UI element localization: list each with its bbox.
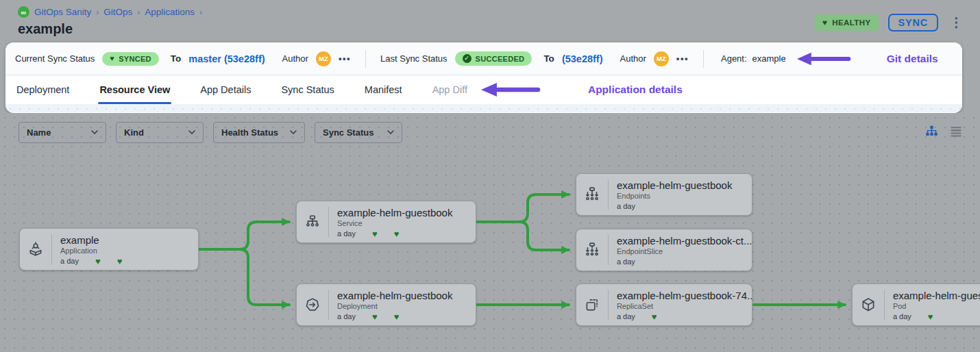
health-status-badge: ♥ HEALTHY	[815, 14, 879, 31]
app-tabs: Deployment Resource View App Details Syn…	[5, 75, 962, 104]
author-avatar: MZ	[654, 51, 669, 66]
agent-label: Agent:	[721, 53, 747, 64]
application-details-annotation-label: Application details	[588, 84, 683, 96]
tab-deployment[interactable]: Deployment	[16, 75, 69, 104]
filter-health-status-dropdown[interactable]: Health Status	[213, 122, 305, 143]
kebab-menu-icon[interactable]: ⋮	[948, 14, 965, 31]
tab-manifest[interactable]: Manifest	[365, 75, 402, 104]
node-kind: Application	[60, 247, 122, 255]
endpoints-icon	[576, 174, 608, 215]
node-title: example-helm-guestbook-74...	[617, 290, 744, 301]
left-arrow-icon	[794, 52, 855, 66]
tab-app-diff[interactable]: App Diff	[432, 75, 467, 104]
edge-app-service	[199, 222, 289, 249]
health-heart-icon: ♥	[394, 229, 400, 238]
tree-view-icon[interactable]	[925, 125, 938, 138]
node-title: example-helm-guestbook	[617, 179, 732, 191]
current-revision-link[interactable]: master (53e28ff)	[188, 53, 265, 64]
author-avatar: MZ	[316, 51, 331, 66]
node-age: a day	[337, 312, 356, 320]
replicaset-icon	[576, 284, 608, 325]
node-kind: Pod	[893, 302, 980, 310]
node-kind: Endpoints	[617, 192, 732, 200]
current-sync-status-label: Current Sync Status	[15, 53, 95, 64]
node-kind: ReplicaSet	[617, 302, 744, 310]
git-details-annotation: Git details	[794, 52, 938, 66]
succeeded-badge-label: SUCCEEDED	[476, 55, 525, 63]
page-title: example	[18, 21, 73, 37]
pod-icon	[853, 284, 884, 325]
node-pod-example-helm-guestbook[interactable]: example-helm-guestbook Pod a day ♥	[852, 284, 980, 326]
node-endpointslice-example-helm-guestbook[interactable]: example-helm-guestbook-ct... EndpointSli…	[576, 229, 752, 271]
filter-kind-dropdown[interactable]: Kind	[116, 122, 204, 143]
node-title: example-helm-guestbook	[337, 207, 452, 218]
left-arrow-icon	[477, 82, 546, 97]
node-age: a day	[617, 312, 635, 320]
sync-button[interactable]: SYNC	[888, 14, 939, 32]
health-heart-icon: ♥	[117, 257, 123, 266]
breadcrumb-separator: ›	[96, 8, 99, 17]
tab-app-details[interactable]: App Details	[200, 75, 251, 104]
node-title: example-helm-guestbook-ct...	[617, 235, 744, 247]
divider	[365, 50, 366, 68]
node-kind: EndpointSlice	[617, 247, 744, 255]
tab-sync-status[interactable]: Sync Status	[281, 75, 334, 104]
node-deployment-example-helm-guestbook[interactable]: example-helm-guestbook Deployment a day …	[296, 284, 476, 326]
node-kind: Service	[337, 219, 452, 227]
breadcrumb-item-account[interactable]: GitOps Sanity	[34, 7, 91, 17]
agent-group: Agent: example	[721, 53, 786, 64]
more-options-icon[interactable]: •••	[339, 53, 351, 64]
node-age: a day	[617, 257, 635, 266]
filter-bar: Name Kind Health Status Sync Status	[19, 122, 402, 143]
top-header: ∞ GitOps Sanity › GitOps › Applications …	[0, 0, 980, 42]
filter-sync-status-label: Sync Status	[323, 127, 373, 138]
application-icon	[20, 229, 51, 270]
health-badge-label: HEALTHY	[832, 18, 870, 27]
chevron-down-icon	[91, 130, 98, 135]
last-revision-link[interactable]: (53e28ff)	[562, 53, 603, 64]
node-age: a day	[893, 312, 911, 320]
breadcrumb-separator: ›	[199, 8, 202, 17]
heart-icon: ♥	[110, 55, 114, 62]
node-kind: Deployment	[337, 302, 452, 310]
synced-badge-label: SYNCED	[119, 55, 151, 63]
node-title: example-helm-guestbook	[893, 290, 980, 301]
node-application-example[interactable]: example Application a day ♥ ♥	[19, 228, 199, 271]
node-service-example-helm-guestbook[interactable]: example-helm-guestbook Service a day ♥ ♥	[296, 201, 476, 243]
filter-sync-status-dropdown[interactable]: Sync Status	[315, 122, 402, 143]
filter-kind-label: Kind	[124, 127, 144, 138]
breadcrumb-item-gitops[interactable]: GitOps	[103, 7, 132, 17]
app-details-card: Current Sync Status ♥ SYNCED To master (…	[5, 42, 962, 113]
edge-service-endpoints	[477, 194, 569, 222]
node-age: a day	[617, 202, 635, 210]
breadcrumb-separator: ›	[137, 8, 140, 17]
node-age: a day	[60, 257, 79, 265]
gitops-logo-icon: ∞	[18, 6, 29, 18]
author-label: Author	[282, 53, 308, 64]
synced-badge: ♥ SYNCED	[102, 52, 159, 66]
breadcrumb-item-applications[interactable]: Applications	[145, 7, 195, 17]
heart-icon: ♥	[822, 18, 828, 27]
health-heart-icon: ♥	[652, 312, 657, 321]
service-icon	[297, 201, 328, 242]
node-endpoints-example-helm-guestbook[interactable]: example-helm-guestbook Endpoints a day	[576, 173, 752, 216]
node-replicaset-example-helm-guestbook[interactable]: example-helm-guestbook-74... ReplicaSet …	[576, 284, 752, 326]
health-heart-icon: ♥	[394, 312, 400, 321]
list-view-icon[interactable]	[950, 125, 962, 138]
divider	[703, 50, 704, 68]
edge-app-deployment	[199, 249, 289, 305]
health-heart-icon: ♥	[928, 312, 933, 321]
succeeded-badge: ✓ SUCCEEDED	[455, 51, 532, 66]
resource-tree-canvas[interactable]: Name Kind Health Status Sync Status	[0, 113, 980, 352]
agent-value: example	[752, 53, 786, 64]
git-details-annotation-label: Git details	[887, 53, 938, 65]
view-mode-toggle	[925, 125, 962, 138]
filter-name-dropdown[interactable]: Name	[19, 122, 106, 143]
to-label: To	[171, 53, 182, 64]
chevron-down-icon	[387, 130, 394, 135]
more-options-icon[interactable]: •••	[676, 53, 689, 64]
author-label: Author	[620, 53, 646, 64]
check-circle-icon: ✓	[463, 54, 471, 63]
health-heart-icon: ♥	[95, 257, 101, 266]
tab-resource-view[interactable]: Resource View	[99, 75, 170, 104]
